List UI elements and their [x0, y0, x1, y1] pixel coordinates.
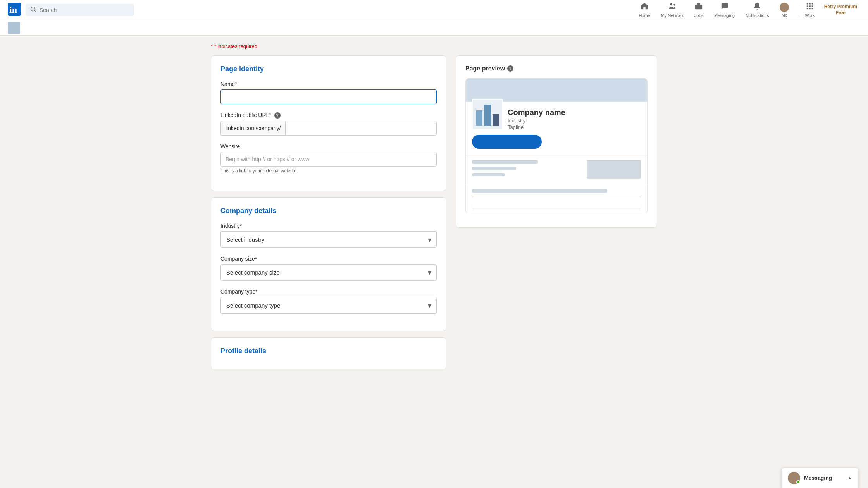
search-bar[interactable]: [26, 4, 134, 16]
preview-tagline: Tagline: [508, 124, 641, 130]
industry-label: Industry*: [220, 223, 437, 229]
svg-rect-14: [809, 8, 811, 10]
messaging-label: Messaging: [804, 475, 832, 481]
url-input[interactable]: [285, 121, 437, 136]
preview-industry: Industry: [508, 118, 641, 124]
website-label: Website: [220, 143, 437, 149]
skeleton-right: [587, 160, 641, 179]
messaging-widget-avatar-container: [788, 472, 800, 484]
url-input-group: linkedin.com/company/: [220, 121, 437, 136]
main-nav: Home My Network Jobs Messaging: [634, 0, 860, 20]
svg-rect-8: [809, 3, 811, 5]
messaging-expand-icon: ▲: [847, 475, 852, 481]
company-details-card: Company details Industry* Select industr…: [211, 197, 446, 331]
industry-select-wrapper: Select industry Technology Finance Healt…: [220, 231, 437, 248]
preview-follow-button: [472, 135, 542, 149]
svg-point-5: [673, 4, 675, 6]
nav-me[interactable]: Me: [775, 0, 794, 20]
search-input[interactable]: [40, 7, 129, 13]
search-icon: [30, 6, 36, 14]
svg-rect-10: [807, 5, 808, 7]
logo-bar1: [476, 110, 482, 126]
preview-avatar-area: Company name Industry Tagline: [472, 107, 641, 130]
skeleton-line-1: [472, 160, 538, 164]
nav-jobs-label: Jobs: [694, 13, 703, 18]
nav-me-label: Me: [782, 13, 787, 17]
industry-group: Industry* Select industry Technology Fin…: [220, 223, 437, 248]
website-helper: This is a link to your external website.: [220, 168, 437, 174]
logo-bar3: [493, 114, 499, 126]
skeleton-section: [466, 155, 647, 184]
preview-help-icon[interactable]: ?: [507, 65, 513, 72]
notifications-icon: [753, 2, 761, 12]
svg-rect-11: [809, 5, 811, 7]
company-type-select[interactable]: Select company type Public Company Self-…: [220, 297, 437, 314]
name-input[interactable]: [220, 89, 437, 104]
svg-rect-13: [807, 8, 808, 10]
nav-home[interactable]: Home: [634, 0, 654, 20]
preview-box: Company name Industry Tagline: [465, 78, 648, 213]
skeleton-box: [472, 196, 641, 208]
nav-notifications-label: Notifications: [746, 13, 769, 18]
nav-messaging-label: Messaging: [714, 13, 735, 18]
url-group: LinkedIn public URL* ? linkedin.com/comp…: [220, 112, 437, 136]
nav-my-network[interactable]: My Network: [656, 0, 688, 20]
website-input[interactable]: [220, 152, 437, 167]
company-type-select-wrapper: Select company type Public Company Self-…: [220, 297, 437, 314]
work-icon: [806, 2, 814, 12]
name-group: Name*: [220, 81, 437, 104]
svg-rect-15: [811, 8, 813, 10]
company-size-select-wrapper: Select company size 1-10 employees 11-50…: [220, 264, 437, 281]
svg-rect-9: [811, 3, 813, 5]
preview-company-name: Company name: [508, 108, 641, 117]
nav-divider: [797, 4, 797, 16]
svg-point-4: [670, 3, 672, 6]
profile-details-card: Profile details: [211, 337, 446, 369]
preview-logo-placeholder: [473, 100, 502, 129]
industry-select[interactable]: Select industry Technology Finance Healt…: [220, 231, 437, 248]
svg-point-2: [31, 7, 35, 11]
page-identity-card: Page identity Name* LinkedIn public URL*…: [211, 55, 446, 191]
nav-notifications[interactable]: Notifications: [741, 0, 773, 20]
preview-logo: [472, 99, 503, 130]
nav-my-network-label: My Network: [661, 13, 684, 18]
me-avatar: [780, 3, 789, 12]
linkedin-logo[interactable]: in: [8, 3, 21, 17]
svg-text:in: in: [9, 5, 17, 15]
url-help-icon[interactable]: ?: [274, 112, 281, 119]
preview-title-text: Page preview: [465, 65, 505, 72]
sub-header-avatar: [8, 22, 20, 34]
skeleton-block-1: [587, 160, 641, 179]
messaging-icon: [720, 2, 729, 12]
nav-home-label: Home: [639, 13, 650, 18]
company-size-group: Company size* Select company size 1-10 e…: [220, 256, 437, 281]
svg-line-3: [34, 10, 36, 12]
logo-bar2: [484, 105, 491, 126]
jobs-icon: [694, 2, 703, 12]
page-identity-title: Page identity: [220, 65, 437, 73]
sub-header: [0, 20, 868, 36]
url-label: LinkedIn public URL* ?: [220, 112, 437, 119]
nav-work[interactable]: Work: [800, 0, 819, 20]
form-column: Page identity Name* LinkedIn public URL*…: [211, 55, 446, 369]
my-network-icon: [668, 2, 677, 12]
company-size-select[interactable]: Select company size 1-10 employees 11-50…: [220, 264, 437, 281]
home-icon: [640, 2, 649, 12]
messaging-online-dot: [796, 480, 800, 484]
name-label: Name*: [220, 81, 437, 87]
skeleton-line-3: [472, 173, 505, 176]
skeleton-line-4: [472, 189, 607, 193]
nav-messaging[interactable]: Messaging: [710, 0, 739, 20]
skeleton-left: [472, 160, 582, 179]
company-details-title: Company details: [220, 207, 437, 215]
nav-jobs[interactable]: Jobs: [690, 0, 708, 20]
svg-rect-12: [811, 5, 813, 7]
company-type-group: Company type* Select company type Public…: [220, 289, 437, 314]
nav-work-label: Work: [805, 13, 815, 18]
url-prefix: linkedin.com/company/: [220, 121, 285, 136]
company-type-label: Company type*: [220, 289, 437, 295]
preview-title-area: Page preview ?: [465, 65, 648, 72]
premium-button[interactable]: Retry Premium Free: [821, 2, 860, 17]
company-size-label: Company size*: [220, 256, 437, 262]
messaging-widget[interactable]: Messaging ▲: [781, 467, 859, 488]
